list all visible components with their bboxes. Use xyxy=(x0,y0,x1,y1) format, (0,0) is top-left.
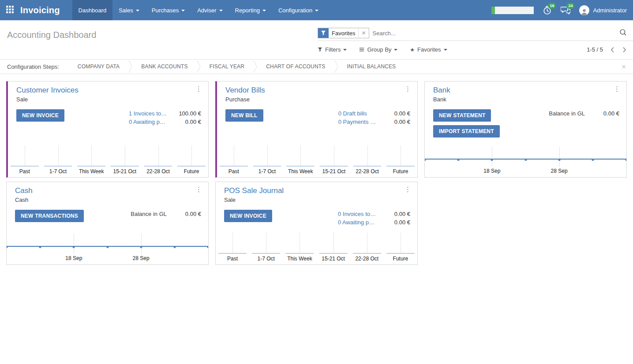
journal-stats: Balance in GL 0.00 € xyxy=(131,211,201,217)
new-invoice-button[interactable]: NEW INVOICE xyxy=(16,109,64,122)
chevron-down-icon xyxy=(315,10,318,11)
chevron-down-icon xyxy=(262,10,266,11)
awaiting-payments-link[interactable]: 0 Awaiting p… xyxy=(129,119,167,125)
draft-bills-link[interactable]: 0 Draft bills xyxy=(338,110,376,117)
kebab-menu-icon[interactable]: ⋮ xyxy=(405,186,411,193)
journal-stats: Balance in GL 0.00 € xyxy=(549,110,619,117)
apps-grid-icon[interactable] xyxy=(6,6,14,15)
chart-x-axis-labels: 18 Sep 28 Sep xyxy=(425,167,626,177)
progress-fill xyxy=(491,7,495,14)
card-title[interactable]: POS Sale Journal xyxy=(224,186,410,195)
step-initial-balances[interactable]: INITIAL BALANCES xyxy=(338,63,405,70)
menu-sales[interactable]: Sales xyxy=(112,0,146,20)
journal-line-chart[interactable] xyxy=(7,234,208,254)
chart-x-axis-labels: Past1-7 Oct This Week15-21 Oct 22-28 Oct… xyxy=(217,167,417,177)
journal-stats: 1 Invoices to… 100.00 € 0 Awaiting p… 0.… xyxy=(129,110,201,125)
journal-bar-chart[interactable] xyxy=(217,145,417,167)
facet-remove-icon[interactable]: ✕ xyxy=(358,29,368,37)
navbar-systray: 16 24 Administrator xyxy=(491,0,633,20)
card-subtitle: Bank xyxy=(433,96,619,103)
card-cash: ⋮ Cash Cash NEW TRANSACTIONS Balance in … xyxy=(6,182,209,265)
search-panel: Favorites ✕ Filters Group By ★ Favorites xyxy=(318,26,633,59)
journal-stats: 0 Invoices to… 0.00 € 0 Awaiting p… 0.00… xyxy=(338,211,410,226)
journal-stats: 0 Draft bills 0.00 € 0 Payments … 0.00 € xyxy=(338,110,410,125)
menu-configuration[interactable]: Configuration xyxy=(272,0,325,20)
chevron-down-icon xyxy=(444,49,447,51)
chevron-down-icon xyxy=(181,10,185,11)
search-icon[interactable] xyxy=(619,29,627,38)
filters-button[interactable]: Filters xyxy=(318,46,347,53)
app-brand[interactable]: Invoicing xyxy=(20,5,60,15)
search-options-row: Filters Group By ★ Favorites 1-5 / 5 xyxy=(318,41,633,59)
card-vendor-bills: ⋮ Vendor Bills Purchase NEW BILL 0 Draft… xyxy=(215,81,418,178)
group-by-button[interactable]: Group By xyxy=(359,46,397,53)
new-statement-button[interactable]: NEW STATEMENT xyxy=(433,109,491,122)
stat-amount: 0.00 € xyxy=(382,219,410,226)
stat-amount: 0.00 € xyxy=(173,119,201,125)
usage-progress-bar[interactable] xyxy=(491,7,534,14)
step-chart-of-accounts[interactable]: CHART OF ACCOUNTS xyxy=(257,63,334,70)
user-name: Administrator xyxy=(593,7,627,14)
search-bar: Favorites ✕ xyxy=(318,26,633,41)
favorites-button[interactable]: ★ Favorites xyxy=(410,46,447,53)
menu-purchases[interactable]: Purchases xyxy=(146,0,191,20)
card-title[interactable]: Bank xyxy=(433,86,619,95)
card-customer-invoices: ⋮ Customer Invoices Sale NEW INVOICE 1 I… xyxy=(6,81,209,178)
chart-x-axis-labels: Past1-7 Oct This Week15-21 Oct 22-28 Oct… xyxy=(216,254,417,264)
payments-link[interactable]: 0 Payments … xyxy=(338,119,376,125)
card-title[interactable]: Cash xyxy=(15,186,201,195)
chevron-down-icon xyxy=(136,10,139,11)
user-menu[interactable]: Administrator xyxy=(579,5,627,15)
card-subtitle: Sale xyxy=(16,96,201,103)
list-icon xyxy=(359,47,364,52)
messages-badge: 24 xyxy=(566,3,574,9)
accounting-dashboard: ⋮ Customer Invoices Sale NEW INVOICE 1 I… xyxy=(0,74,633,265)
card-subtitle: Purchase xyxy=(225,96,410,103)
step-chevron-icon xyxy=(197,60,201,73)
step-fiscal-year[interactable]: FISCAL YEAR xyxy=(201,63,254,70)
avatar xyxy=(579,5,589,15)
activity-menu[interactable]: 16 xyxy=(543,6,552,15)
search-input[interactable] xyxy=(373,30,619,37)
awaiting-payments-link[interactable]: 0 Awaiting p… xyxy=(338,219,376,226)
page-title: Accounting Dashboard xyxy=(7,26,96,59)
menu-dashboard[interactable]: Dashboard xyxy=(72,0,113,20)
close-icon[interactable]: × xyxy=(622,63,626,71)
journal-bar-chart[interactable] xyxy=(216,233,417,254)
journal-bar-chart[interactable] xyxy=(8,145,208,167)
import-statement-button[interactable]: IMPORT STATEMENT xyxy=(433,125,500,137)
top-navbar: Invoicing Dashboard Sales Purchases Advi… xyxy=(0,0,633,20)
journal-line-chart[interactable] xyxy=(425,146,626,167)
kebab-menu-icon[interactable]: ⋮ xyxy=(614,85,620,92)
chevron-down-icon xyxy=(394,49,397,51)
filter-icon xyxy=(318,28,329,38)
step-chevron-icon xyxy=(253,60,257,73)
filter-icon xyxy=(318,47,322,52)
step-bank-accounts[interactable]: BANK ACCOUNTS xyxy=(132,63,196,70)
messages-menu[interactable]: 24 xyxy=(561,6,570,15)
card-subtitle: Cash xyxy=(15,197,201,203)
chevron-down-icon xyxy=(343,49,347,51)
kebab-menu-icon[interactable]: ⋮ xyxy=(195,85,202,92)
invoices-to-validate-link[interactable]: 1 Invoices to… xyxy=(129,110,167,117)
kebab-menu-icon[interactable]: ⋮ xyxy=(195,186,202,193)
pager-next-icon[interactable] xyxy=(622,47,627,53)
chart-x-axis-labels: Past1-7 Oct This Week15-21 Oct 22-28 Oct… xyxy=(8,167,208,177)
new-invoice-button[interactable]: NEW INVOICE xyxy=(224,210,272,222)
menu-adviser[interactable]: Adviser xyxy=(191,0,228,20)
new-transactions-button[interactable]: NEW TRANSACTIONS xyxy=(15,210,84,222)
apps-menu[interactable]: Invoicing xyxy=(0,0,72,20)
search-facet-favorites: Favorites ✕ xyxy=(318,28,369,38)
balance-in-gl-label: Balance in GL xyxy=(549,110,585,117)
invoices-to-validate-link[interactable]: 0 Invoices to… xyxy=(338,211,376,217)
menu-reporting[interactable]: Reporting xyxy=(229,0,272,20)
card-title[interactable]: Vendor Bills xyxy=(225,86,410,95)
step-company-data[interactable]: COMPANY DATA xyxy=(69,63,129,70)
kebab-menu-icon[interactable]: ⋮ xyxy=(405,85,411,92)
card-title[interactable]: Customer Invoices xyxy=(16,86,201,95)
stat-amount: 0.00 € xyxy=(382,110,410,117)
stat-amount: 0.00 € xyxy=(591,110,619,117)
activity-badge: 16 xyxy=(548,3,556,9)
new-bill-button[interactable]: NEW BILL xyxy=(225,109,263,122)
pager-previous-icon[interactable] xyxy=(610,47,615,53)
